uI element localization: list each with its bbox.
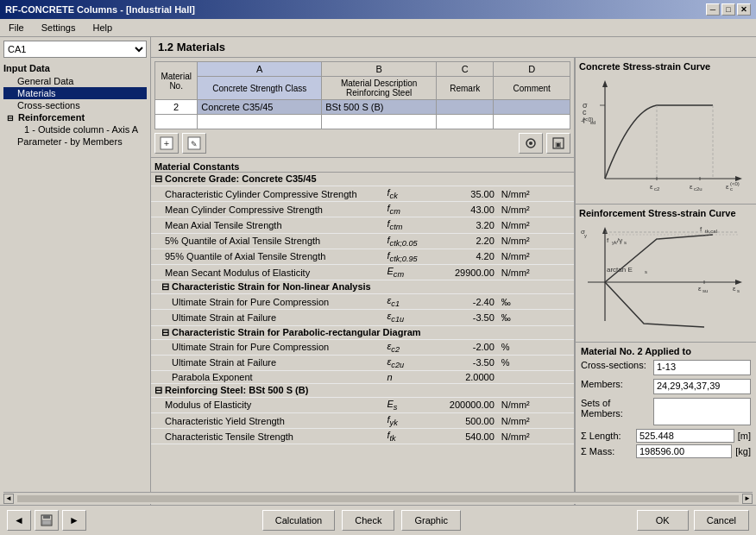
parabolic-row-1[interactable]: Ultimate Strain at Failure εc2u -3.50 % (151, 355, 574, 370)
bottom-right: OK Cancel (637, 510, 749, 531)
ca-dropdown[interactable]: CA1 (3, 41, 147, 58)
menu-settings[interactable]: Settings (36, 21, 81, 35)
svg-text:s: s (624, 240, 627, 245)
property-row-5[interactable]: Mean Secant Modulus of Elasticity Ecm 29… (151, 264, 574, 280)
cell-steel: BSt 500 S (B) (322, 100, 437, 115)
col-label-comment: Comment (494, 77, 570, 100)
reinforcing-row-2[interactable]: Characteristic Tensile Strength ftk 540.… (151, 429, 574, 444)
sidebar-item-reinforcement[interactable]: ⊟ Reinforcement (3, 111, 147, 123)
nl-sym-1: εc1u (384, 310, 435, 325)
prop-unit-3: N/mm² (498, 233, 574, 249)
sum-length-unit: [m] (738, 431, 751, 441)
sum-length-label: Σ Length: (581, 431, 633, 441)
content-middle: MaterialNo. A B C D Concrete Strength Cl… (151, 58, 756, 505)
svg-marker-31 (602, 227, 608, 234)
table-row[interactable]: 2 Concrete C35/45 BSt 500 S (B) (155, 100, 570, 115)
constants-panel[interactable]: ⊟ Concrete Grade: Concrete C35/45 Charac… (151, 172, 574, 505)
cross-sections-value: 1-13 (653, 360, 751, 375)
svg-text:c: c (583, 108, 587, 116)
right-panel: Concrete Stress-strain Curve σ c (<0 (575, 58, 756, 505)
sidebar-scroll-left[interactable]: ◄ (3, 494, 14, 504)
rei-unit-2: N/mm² (498, 429, 574, 444)
rei-unit-0: N/mm² (498, 397, 574, 412)
cell-mat-no: 2 (155, 100, 198, 115)
par-name-2: Parabola Exponent (151, 370, 384, 383)
svg-text:f: f (607, 236, 609, 244)
svg-text:s: s (645, 269, 647, 274)
sum-mass-label: Σ Mass: (581, 446, 633, 456)
add-row-button[interactable]: + (154, 133, 179, 154)
prop-val-5: 29900.00 (434, 264, 498, 280)
table-row-empty[interactable] (155, 115, 570, 129)
tree-label: Materials (17, 88, 56, 98)
export-button[interactable]: ▣ (546, 133, 570, 154)
check-button[interactable]: Check (342, 510, 394, 531)
minimize-button[interactable]: ─ (706, 3, 720, 16)
maximize-button[interactable]: □ (721, 3, 735, 16)
nonlinear-row-1[interactable]: Ultimate Strain at Failure εc1u -3.50 ‰ (151, 310, 574, 325)
svg-text:c2: c2 (654, 186, 660, 192)
graphic-button[interactable]: Graphic (401, 510, 461, 531)
concrete-stress-strain-chart: σ c (<0) -f cd ε c2 ε c2u ε (579, 75, 748, 196)
edit-icon: ✎ (187, 136, 201, 150)
reinforcing-row-1[interactable]: Characteristic Yield Strength fyk 500.00… (151, 413, 574, 429)
nav-back-button[interactable]: ◄ (7, 510, 31, 531)
menu-file[interactable]: File (3, 21, 29, 35)
nonlinear-header-row: ⊟ Characteristic Strain for Non-linear A… (151, 280, 574, 294)
parabolic-row-2[interactable]: Parabola Exponent n 2.0000 (151, 370, 574, 383)
view-button[interactable] (519, 133, 543, 154)
svg-text:tk,cal: tk,cal (705, 229, 717, 234)
members-value: 24,29,34,37,39 (653, 379, 751, 394)
concrete-grade-label: Concrete Grade: Concrete C35/45 (165, 173, 316, 184)
prop-sym-4: fctk;0.95 (384, 249, 435, 264)
close-button[interactable]: ✕ (737, 3, 751, 16)
menu-help[interactable]: Help (87, 21, 117, 35)
prop-name-3: 5% Quantile of Axial Tensile Strength (151, 233, 384, 249)
ok-button[interactable]: OK (637, 510, 689, 531)
col-header-d: D (494, 62, 570, 77)
property-row-3[interactable]: 5% Quantile of Axial Tensile Strength fc… (151, 233, 574, 249)
reinforcing-row-0[interactable]: Modulus of Elasticity Es 200000.00 N/mm² (151, 397, 574, 412)
property-row-4[interactable]: 95% Quantile of Axial Tensile Strength f… (151, 249, 574, 264)
parabolic-header-row: ⊟ Characteristic Strain for Parabolic-re… (151, 325, 574, 339)
nl-val-1: -3.50 (434, 310, 498, 325)
edit-row-button[interactable]: ✎ (182, 133, 206, 154)
property-row-2[interactable]: Mean Axial Tensile Strength fctm 3.20 N/… (151, 217, 574, 233)
rei-val-1: 500.00 (434, 413, 498, 429)
sum-length-value: 525.448 (636, 429, 734, 443)
prop-name-1: Mean Cylinder Compressive Strength (151, 202, 384, 217)
cross-sections-label: Cross-sections: (581, 360, 650, 370)
col-header-c: C (437, 62, 494, 77)
property-row-1[interactable]: Mean Cylinder Compressive Strength fcm 4… (151, 202, 574, 217)
rei-name-2: Characteristic Tensile Strength (151, 429, 384, 444)
cancel-button[interactable]: Cancel (694, 510, 749, 531)
sidebar-item-parameter[interactable]: Parameter - by Members (3, 135, 147, 148)
sidebar-item-materials[interactable]: Materials (3, 87, 147, 99)
nav-save-button[interactable] (35, 510, 59, 531)
nav-fwd-icon: ► (69, 514, 79, 526)
sidebar-item-cross-sections[interactable]: Cross-sections (3, 99, 147, 111)
nl-name-1: Ultimate Strain at Failure (151, 310, 384, 325)
nav-fwd-button[interactable]: ► (62, 510, 86, 531)
bottom-left: ◄ ► (7, 510, 86, 531)
sidebar-item-general-data[interactable]: General Data (3, 75, 147, 87)
members-row: Members: 24,29,34,37,39 (581, 379, 751, 394)
nonlinear-row-0[interactable]: Ultimate Strain for Pure Compression εc1… (151, 294, 574, 310)
nl-unit-0: ‰ (498, 294, 574, 310)
nl-unit-1: ‰ (498, 310, 574, 325)
material-info-panel: Material No. 2 Applied to Cross-sections… (576, 343, 756, 463)
sidebar-scroll-track[interactable] (17, 495, 739, 502)
title-bar: RF-CONCRETE Columns - [Industrial Hall] … (0, 0, 756, 19)
col-label-remark: Remark (437, 77, 494, 100)
concrete-curve-panel: Concrete Stress-strain Curve σ c (<0 (576, 58, 756, 205)
parabolic-row-0[interactable]: Ultimate Strain for Pure Compression εc2… (151, 339, 574, 355)
main-container: CA1 Input Data General Data Materials Cr… (0, 37, 756, 505)
sidebar-item-outside-column[interactable]: 1 - Outside column - Axis A (3, 123, 147, 135)
sidebar-scroll-right[interactable]: ► (742, 494, 753, 504)
tree-label: Cross-sections (17, 100, 80, 110)
prop-sym-5: Ecm (384, 264, 435, 280)
calculation-button[interactable]: Calculation (262, 510, 335, 531)
property-row-0[interactable]: Characteristic Cylinder Compressive Stre… (151, 186, 574, 202)
svg-text:su: su (702, 288, 708, 293)
sidebar: CA1 Input Data General Data Materials Cr… (0, 37, 151, 505)
